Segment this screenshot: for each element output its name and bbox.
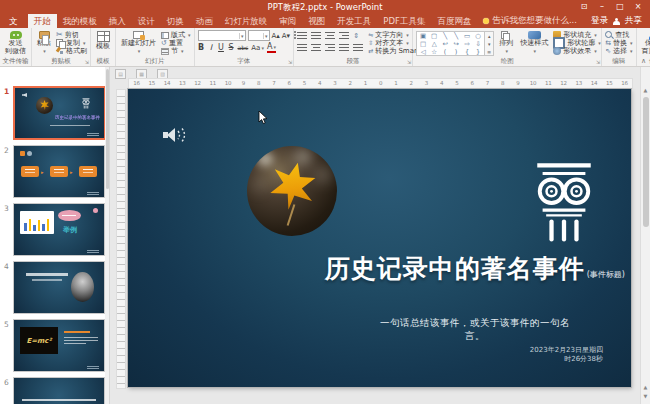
ribbon-display-options-button[interactable]: ⊡ (576, 0, 592, 14)
shape-icon[interactable]: □ (418, 40, 428, 48)
quick-styles-button[interactable]: 快速样式 (518, 30, 550, 56)
dialog-launcher-icon[interactable]: ⇲ (288, 59, 292, 65)
shape-icon[interactable]: △ (429, 40, 439, 48)
share-button[interactable]: 共享 (625, 15, 642, 27)
shape-icon[interactable]: ╲ (440, 32, 450, 40)
tab-插入[interactable]: 插入 (103, 14, 132, 28)
shape-icon[interactable]: ⇨ (462, 40, 472, 48)
greek-column-icon[interactable] (528, 161, 600, 243)
shrink-font-button[interactable]: A▾ (282, 31, 290, 41)
tab-file[interactable]: 文件 (0, 14, 28, 28)
slide-thumbnail-4[interactable] (13, 261, 105, 314)
font-name-combobox[interactable]: ▾ (198, 30, 246, 41)
layout-button[interactable]: 版式 (161, 31, 191, 39)
thumbnail-scrollbar[interactable] (105, 67, 109, 404)
font-color-button[interactable]: A (267, 43, 276, 53)
gallery-up-icon[interactable]: ▴ (485, 32, 493, 40)
shape-icon[interactable]: ◁ (418, 48, 428, 56)
shape-icon[interactable]: ↪ (451, 40, 461, 48)
indent-decrease-icon[interactable] (325, 32, 335, 40)
template-button[interactable]: 模板 (94, 30, 112, 56)
indent-increase-icon[interactable] (339, 32, 349, 40)
new-slide-button[interactable]: 新建幻灯片 (119, 30, 158, 56)
slide-thumbnail-3[interactable]: 举例 (13, 203, 105, 256)
close-button[interactable]: × (630, 0, 646, 14)
shape-icon[interactable]: ↩ (440, 40, 450, 48)
paste-button[interactable]: 粘贴 (35, 30, 53, 56)
justify-icon[interactable] (339, 44, 349, 52)
tab-切换[interactable]: 切换 (161, 14, 190, 28)
clear-formatting-button[interactable]: abc (238, 43, 249, 53)
vertical-scrollbar[interactable]: ▲ ▲ ▼ (640, 67, 650, 404)
dialog-launcher-icon[interactable]: ⇲ (596, 59, 600, 65)
shape-effects-button[interactable]: 形状效果 (553, 47, 601, 55)
tab-幻灯片放映[interactable]: 幻灯片放映 (219, 14, 274, 28)
scrollbar-thumb[interactable] (643, 97, 649, 227)
align-left-icon[interactable] (297, 44, 307, 52)
tab-百度网盘[interactable]: 百度网盘 (431, 14, 477, 28)
shape-icon[interactable]: { (462, 48, 472, 56)
gallery-more-icon[interactable]: ≡ (485, 48, 493, 56)
collapse-ribbon-button[interactable]: ∧ (641, 57, 646, 65)
shape-icon[interactable]: ☆ (429, 48, 439, 56)
italic-button[interactable]: I (208, 43, 215, 53)
underline-button[interactable]: U (218, 43, 225, 53)
shape-icon[interactable]: ╲ (451, 32, 461, 40)
slide-thumbnail-6[interactable] (13, 377, 105, 404)
slide-thumbnail-1[interactable]: 历史记录中的著名事件 (13, 86, 106, 140)
tab-设计[interactable]: 设计 (132, 14, 161, 28)
line-spacing-icon[interactable]: ⇕ (353, 32, 359, 40)
reset-button[interactable]: ↺ 重置 (161, 39, 191, 47)
tell-me-box[interactable]: 告诉我您想要做什么... (477, 14, 583, 28)
tab-我的模板[interactable]: 我的模板 (57, 14, 103, 28)
send-to-wechat-button[interactable]: 发送 到微信 (3, 30, 28, 56)
shape-icon[interactable]: ○ (473, 32, 483, 40)
slide-subtitle[interactable]: 一句话总结该事件，或关于该事件的一句名言。 (375, 317, 575, 343)
shape-icon[interactable]: ) (451, 48, 461, 56)
columns-icon[interactable] (353, 44, 363, 52)
next-slide-button[interactable]: ▼ (644, 393, 648, 399)
tab-开发工具[interactable]: 开发工具 (331, 14, 377, 28)
replace-button[interactable]: ⇆ 替换 (605, 39, 632, 47)
leaf-image[interactable] (247, 146, 337, 236)
grow-font-button[interactable]: A▴ (272, 31, 280, 41)
shape-icon[interactable]: ⇩ (473, 40, 483, 48)
shape-icon[interactable]: } (473, 48, 483, 56)
shape-outline-button[interactable]: 形状轮廓 (553, 39, 601, 47)
previous-slide-button[interactable]: ▲ (644, 384, 648, 390)
tab-开始[interactable]: 开始 (28, 14, 57, 28)
sign-in-button[interactable]: 登录 (591, 15, 608, 27)
shape-icon[interactable]: ▣ (418, 32, 428, 40)
placeholder-icon[interactable]: ▤ (115, 69, 126, 79)
tab-PDF工具集[interactable]: PDF工具集 (377, 14, 431, 28)
audio-speaker-icon[interactable] (162, 125, 188, 145)
align-center-icon[interactable] (311, 44, 321, 52)
save-to-baidu-button[interactable]: 保存到 百度网盘 (640, 30, 650, 56)
gallery-down-icon[interactable]: ▾ (485, 40, 493, 48)
restore-button[interactable]: □ (612, 0, 628, 14)
tab-动画[interactable]: 动画 (190, 14, 219, 28)
slide-thumbnail-2[interactable]: ▸ ▸ (13, 145, 105, 198)
section-button[interactable]: 节 (161, 47, 191, 55)
bold-button[interactable]: B (198, 43, 205, 53)
scroll-up-icon[interactable]: ▲ (641, 87, 650, 93)
shape-icon[interactable]: ▢ (429, 32, 439, 40)
dialog-launcher-icon[interactable]: ⇲ (407, 59, 411, 65)
shape-icon[interactable]: ( (440, 48, 450, 56)
slide-canvas[interactable]: 历史记录中的著名事件(事件标题) 一句话总结该事件，或关于该事件的一句名言。 2… (128, 89, 631, 387)
tab-审阅[interactable]: 审阅 (273, 14, 302, 28)
slide-datetime[interactable]: 2023年2月23日星期四 时26分38秒 (530, 346, 603, 364)
numbering-icon[interactable] (311, 32, 321, 40)
change-case-button[interactable]: Aa (251, 43, 264, 53)
select-button[interactable]: ⇖ 选择 (605, 47, 632, 55)
dialog-launcher-icon[interactable]: ⇲ (85, 59, 89, 65)
bullets-icon[interactable] (297, 32, 307, 40)
shape-icon[interactable]: ▭ (462, 32, 472, 40)
minimize-button[interactable]: – (594, 0, 610, 14)
cut-button[interactable]: ✂ 剪切 (56, 31, 87, 39)
arrange-button[interactable]: 排列 (497, 30, 515, 56)
strikethrough-button[interactable]: S (228, 43, 235, 53)
find-button[interactable]: 查找 (605, 31, 632, 39)
slide-title-placeholder[interactable]: 历史记录中的著名事件(事件标题) (195, 252, 625, 285)
align-right-icon[interactable] (325, 44, 335, 52)
